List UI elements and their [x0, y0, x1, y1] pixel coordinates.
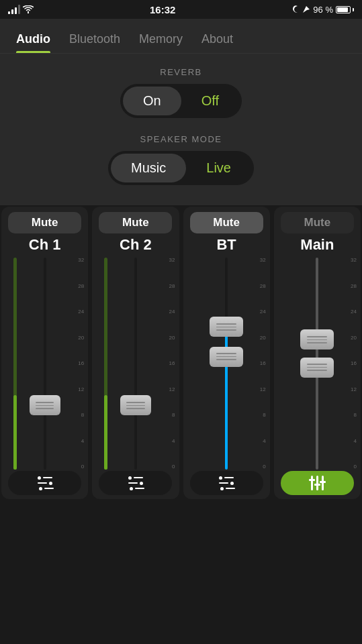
status-left: [8, 5, 34, 14]
scale-ch1: 32 28 24 20 16 12 8 4 0: [78, 258, 84, 470]
wifi-icon: [23, 5, 34, 13]
fader-area-main: 32 28 24 20 16 12 8 4 0: [277, 258, 358, 470]
location-icon: [302, 5, 310, 13]
fader-track-main: 32 28 24 20 16 12 8 4 0: [277, 258, 358, 470]
tab-about[interactable]: About: [192, 25, 242, 53]
speaker-mode-section: SPEAKER MODE Music Live: [108, 134, 254, 185]
channel-ch2-name: Ch 2: [120, 236, 152, 254]
fader-rail-ch1: [44, 258, 46, 470]
fader-track-bt: 32 28 24 20 16 12 8 4 0: [186, 258, 267, 470]
fader-track-ch2: 32 28 24 20 16 12 8 4 0: [95, 258, 176, 470]
mixer-section: Mute Ch 1 32 28 24 20 16 12 8: [0, 205, 362, 500]
fader-handle-bt-1[interactable]: [210, 317, 243, 337]
status-right: 96 %: [291, 5, 354, 15]
reverb-on-button[interactable]: On: [123, 87, 181, 115]
mute-bt-button[interactable]: Mute: [190, 212, 263, 233]
tab-audio[interactable]: Audio: [7, 25, 60, 53]
channel-main-name: Main: [300, 236, 334, 254]
tab-memory[interactable]: Memory: [130, 25, 192, 53]
scale-ch2: 32 28 24 20 16 12 8 4 0: [169, 258, 175, 470]
fader-handle-ch2[interactable]: [120, 395, 151, 415]
reverb-section: REVERB On Off: [120, 67, 242, 118]
eq-button-ch2[interactable]: [99, 471, 172, 495]
eq-button-main[interactable]: [281, 471, 354, 495]
channel-ch2: Mute Ch 2 32 28 24 20 16 12 8 4 0: [92, 207, 179, 499]
channel-bt: Mute BT 32 28 24 20 16 12 8 4 0: [183, 207, 270, 499]
speaker-music-button[interactable]: Music: [111, 154, 186, 182]
reverb-label: REVERB: [160, 67, 201, 77]
channel-ch1-name: Ch 1: [29, 236, 61, 254]
fader-handle-main-1[interactable]: [300, 329, 334, 350]
eq-icon-ch2: [127, 476, 144, 490]
tab-bluetooth[interactable]: Bluetooth: [60, 25, 130, 53]
vert-sliders-icon: [311, 476, 324, 490]
fader-area-bt: 32 28 24 20 16 12 8 4 0: [186, 258, 267, 470]
scale-main: 32 28 24 20 16 12 8 4 0: [351, 258, 357, 470]
status-bar: 16:32 96 %: [0, 0, 362, 19]
level-fill-ch2: [104, 395, 107, 470]
level-bar-ch2: [104, 258, 107, 470]
channel-bt-name: BT: [216, 236, 236, 254]
fader-handle-main-2[interactable]: [300, 358, 334, 378]
mute-main-button[interactable]: Mute: [281, 212, 354, 233]
channel-main: Mute Main 32 28 24 20 16 12 8 4 0: [274, 207, 361, 499]
signal-bars-icon: [8, 5, 20, 14]
fader-track-ch1: 32 28 24 20 16 12 8 4 0: [4, 258, 85, 470]
reverb-off-button[interactable]: Off: [181, 87, 239, 115]
speaker-mode-toggle-group: Music Live: [108, 151, 254, 185]
eq-icon-bt: [218, 476, 235, 490]
nav-tabs: Audio Bluetooth Memory About: [0, 19, 362, 54]
level-fill-ch1: [13, 395, 17, 470]
clock: 16:32: [150, 4, 175, 15]
fader-handle-ch1[interactable]: [30, 395, 60, 415]
fader-rail-ch2: [134, 258, 137, 470]
eq-button-bt[interactable]: [190, 471, 263, 495]
audio-panel: REVERB On Off SPEAKER MODE Music Live: [0, 54, 362, 205]
channel-ch1: Mute Ch 1 32 28 24 20 16 12 8: [1, 207, 88, 499]
speaker-live-button[interactable]: Live: [186, 154, 251, 182]
level-bar-ch1: [13, 258, 17, 470]
moon-icon: [291, 5, 300, 13]
mute-ch1-button[interactable]: Mute: [8, 212, 81, 233]
mute-ch2-button[interactable]: Mute: [99, 212, 172, 233]
reverb-toggle-group: On Off: [120, 84, 242, 118]
battery-percent: 96 %: [313, 5, 333, 15]
fader-handle-bt-2[interactable]: [210, 347, 243, 367]
fader-area-ch2: 32 28 24 20 16 12 8 4 0: [95, 258, 176, 470]
fader-area-ch1: 32 28 24 20 16 12 8 4 0: [4, 258, 85, 470]
speaker-mode-label: SPEAKER MODE: [140, 134, 222, 144]
scale-bt: 32 28 24 20 16 12 8 4 0: [260, 258, 266, 470]
eq-icon-ch1: [36, 476, 54, 490]
battery-indicator: [336, 6, 354, 13]
eq-button-ch1[interactable]: [8, 471, 81, 495]
